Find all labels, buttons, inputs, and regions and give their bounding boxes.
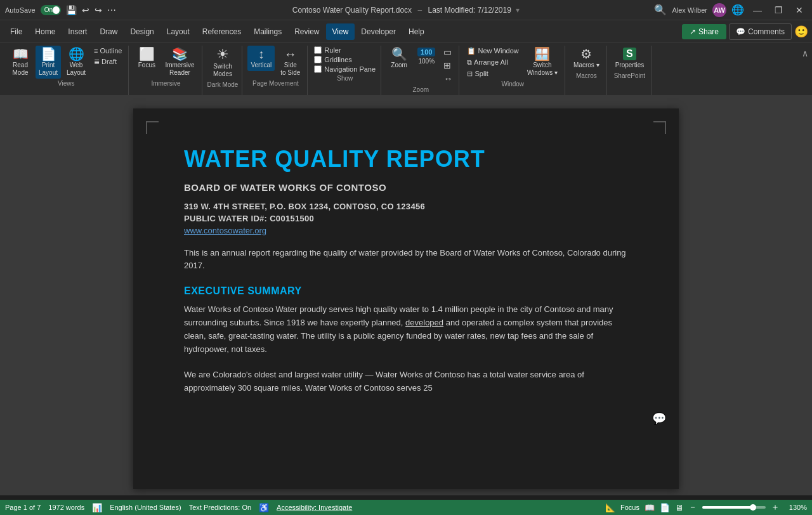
window-content: 📋 New Window ⧉ Arrange All ⊟ Split 🪟 Swi… bbox=[464, 46, 561, 79]
menu-insert[interactable]: Insert bbox=[62, 23, 93, 40]
gridlines-check[interactable] bbox=[314, 56, 322, 63]
language[interactable]: English (United States) bbox=[110, 504, 181, 511]
page-width-button[interactable]: ↔ bbox=[441, 72, 455, 85]
undo-icon[interactable]: ↩ bbox=[82, 5, 89, 15]
macros-label: Macros ▾ bbox=[573, 62, 599, 69]
exec-para2: We are Colorado's oldest and largest wat… bbox=[184, 368, 628, 395]
menu-layout[interactable]: Layout bbox=[160, 23, 196, 40]
redo-icon[interactable]: ↪ bbox=[95, 5, 102, 15]
web-layout-label: WebLayout bbox=[67, 62, 86, 77]
accessibility[interactable]: Accessibility: Investigate bbox=[277, 504, 352, 511]
avatar[interactable]: AW bbox=[712, 3, 726, 17]
sharepoint-content: S Properties bbox=[612, 46, 648, 71]
pagemovement-content: ↕ Vertical ↔ Sideto Side bbox=[247, 46, 303, 79]
comments-button[interactable]: 💬 Comments bbox=[729, 23, 792, 40]
web-layout-button[interactable]: 🌐 WebLayout bbox=[63, 46, 89, 79]
ribbon-collapse[interactable]: ∧ bbox=[802, 46, 808, 95]
sharepoint-group-label: SharePoint bbox=[612, 71, 648, 81]
immersive-reader-button[interactable]: 📚 ImmersiveReader bbox=[162, 46, 197, 79]
gridlines-label: Gridlines bbox=[324, 56, 351, 63]
side-to-side-button[interactable]: ↔ Sideto Side bbox=[277, 46, 303, 79]
print-layout-button[interactable]: 📄 PrintLayout bbox=[36, 46, 61, 79]
print-layout-icon-status: 📄 bbox=[660, 503, 670, 512]
immersive-reader-label: ImmersiveReader bbox=[165, 62, 194, 77]
comment-icon[interactable]: 💬 bbox=[652, 412, 666, 426]
focus-label: Focus bbox=[138, 62, 155, 69]
menu-design[interactable]: Design bbox=[124, 23, 160, 40]
ribbon-group-zoom: 🔍 Zoom 100 100% ▭ ⊞ ↔ bbox=[383, 46, 459, 95]
side-to-side-label: Sideto Side bbox=[280, 62, 300, 77]
zoom-level[interactable]: 130% bbox=[785, 504, 807, 511]
new-window-button[interactable]: 📋 New Window bbox=[464, 46, 521, 56]
ribbon-group-immersive: ⬜ Focus 📚 ImmersiveReader Immersive bbox=[130, 46, 202, 95]
macros-button[interactable]: ⚙ Macros ▾ bbox=[570, 46, 603, 71]
switch-windows-button[interactable]: 🪟 SwitchWindows ▾ bbox=[524, 46, 561, 79]
darkmode-content: ☀ SwitchModes bbox=[210, 46, 235, 80]
ruler-check[interactable] bbox=[314, 46, 322, 54]
split-button[interactable]: ⊟ Split bbox=[464, 68, 521, 79]
menu-draw[interactable]: Draw bbox=[93, 23, 124, 40]
read-mode-icon: 📖 bbox=[645, 503, 655, 512]
nav-pane-check[interactable] bbox=[314, 65, 322, 73]
zoom-out-button[interactable]: － bbox=[688, 502, 697, 513]
save-icon[interactable]: 💾 bbox=[66, 5, 77, 15]
menu-file[interactable]: File bbox=[4, 23, 29, 40]
switch-modes-button[interactable]: ☀ SwitchModes bbox=[210, 46, 235, 80]
nav-pane-checkbox[interactable]: Navigation Pane bbox=[313, 65, 377, 74]
switch-windows-label: SwitchWindows ▾ bbox=[527, 62, 558, 77]
draft-button[interactable]: ≣ Draft bbox=[91, 56, 124, 67]
emoji-button[interactable]: 🙂 bbox=[794, 25, 808, 39]
draft-label: ≣ Draft bbox=[94, 58, 117, 66]
page-width-icon: ↔ bbox=[443, 74, 452, 84]
zoom-percent-button[interactable]: 100 100% bbox=[414, 46, 438, 67]
doc-website[interactable]: www.contosowater.org bbox=[184, 226, 266, 235]
immersive-content: ⬜ Focus 📚 ImmersiveReader bbox=[134, 46, 197, 79]
side-to-side-icon: ↔ bbox=[284, 48, 297, 60]
share-label: Share bbox=[698, 27, 719, 36]
zoom-content: 🔍 Zoom 100 100% ▭ ⊞ ↔ bbox=[386, 46, 455, 85]
menu-help[interactable]: Help bbox=[402, 23, 431, 40]
search-icon[interactable]: 🔍 bbox=[654, 4, 667, 16]
focus-label[interactable]: Focus bbox=[620, 504, 639, 511]
multi-page-button[interactable]: ⊞ bbox=[441, 59, 455, 72]
menu-view[interactable]: View bbox=[326, 23, 355, 40]
macros-content: ⚙ Macros ▾ bbox=[570, 46, 603, 71]
title-bar: AutoSave On 💾 ↩ ↪ ⋯ Contoso Water Qualit… bbox=[0, 0, 812, 20]
outline-button[interactable]: ≡ Outline bbox=[91, 46, 124, 56]
zoom-button[interactable]: 🔍 Zoom bbox=[386, 46, 412, 71]
restore-button[interactable]: ❐ bbox=[771, 0, 787, 20]
more-icon[interactable]: ⋯ bbox=[107, 5, 116, 15]
share-button[interactable]: ↗ Share bbox=[682, 24, 726, 39]
doc-address-line2: PUBLIC WATER ID#: C00151500 bbox=[184, 214, 628, 223]
vertical-button[interactable]: ↕ Vertical bbox=[247, 46, 275, 71]
menu-review[interactable]: Review bbox=[288, 23, 325, 40]
menu-references[interactable]: References bbox=[196, 23, 247, 40]
menu-developer[interactable]: Developer bbox=[355, 23, 402, 40]
gridlines-checkbox[interactable]: Gridlines bbox=[313, 55, 377, 64]
zoom-in-button[interactable]: ＋ bbox=[771, 502, 780, 513]
modified-dropdown[interactable]: ▾ bbox=[516, 6, 520, 15]
properties-button[interactable]: S Properties bbox=[612, 46, 648, 71]
ruler-checkbox[interactable]: Ruler bbox=[313, 46, 377, 55]
focus-button[interactable]: ⬜ Focus bbox=[134, 46, 159, 71]
arrange-all-button[interactable]: ⧉ Arrange All bbox=[464, 57, 521, 68]
print-layout-icon: 📄 bbox=[41, 48, 56, 60]
immersive-reader-icon: 📚 bbox=[172, 48, 188, 60]
close-button[interactable]: ✕ bbox=[792, 0, 807, 20]
page: WATER QUALITY REPORT BOARD OF WATER WORK… bbox=[133, 108, 679, 489]
one-page-button[interactable]: ▭ bbox=[441, 46, 455, 58]
autosave-toggle[interactable]: On bbox=[41, 5, 61, 15]
menu-home[interactable]: Home bbox=[29, 23, 62, 40]
zoom-badge: 100 bbox=[417, 48, 435, 56]
menu-bar: File Home Insert Draw Design Layout Refe… bbox=[0, 20, 812, 43]
arrange-all-label: ⧉ Arrange All bbox=[467, 58, 508, 67]
read-mode-button[interactable]: 📖 ReadMode bbox=[8, 46, 33, 79]
views-small-col: ≡ Outline ≣ Draft bbox=[91, 46, 124, 67]
minimize-button[interactable]: — bbox=[749, 0, 766, 20]
zoom-slider[interactable] bbox=[702, 506, 766, 509]
share-icon: ↗ bbox=[690, 27, 696, 36]
globe-icon[interactable]: 🌐 bbox=[731, 4, 744, 16]
menu-mailings[interactable]: Mailings bbox=[247, 23, 288, 40]
vertical-label: Vertical bbox=[251, 62, 272, 69]
split-label: ⊟ Split bbox=[467, 70, 488, 78]
